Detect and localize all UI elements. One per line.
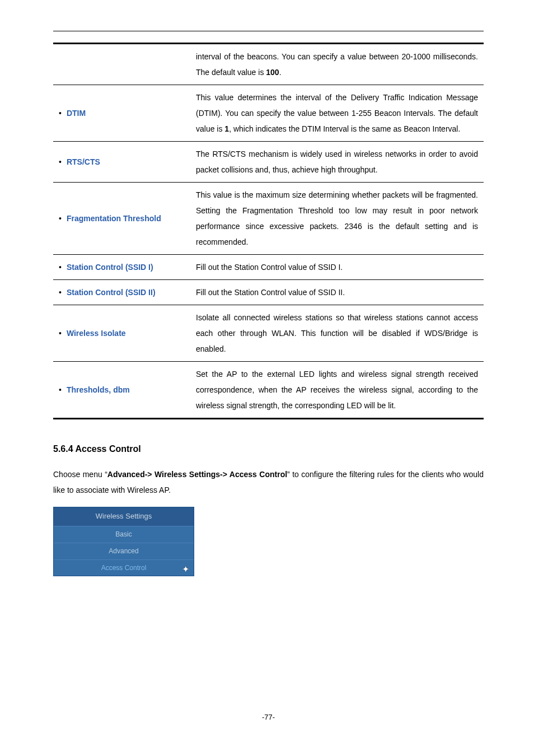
table-row: • DTIMThis value determines the interval… [53,85,484,142]
nav-header: Wireless Settings [54,507,194,526]
bullet-icon: • [59,154,64,170]
table-row: • Station Control (SSID I)Fill out the S… [53,255,484,280]
bullet-icon: • [59,259,64,275]
nav-item-access-control-label: Access Control [101,564,147,572]
body-bold: Advanced-> Wireless Settings-> Access Co… [107,470,287,479]
thresholds-dbm-desc-pre: Set the AP to the external LED lights an… [196,370,478,410]
bullet-icon: • [59,382,64,398]
dtim-label: • DTIM [53,85,190,142]
table-row: • Wireless IsolateIsolate all connected … [53,305,484,362]
nav-item-access-control[interactable]: Access Control ✦ [54,559,194,576]
dtim-label-text: DTIM [67,109,86,118]
station-control-ssid-2-desc-pre: Fill out the Station Control value of SS… [196,288,345,297]
beacon-row-desc: interval of the beacons. You can specify… [190,44,484,85]
station-control-ssid-1-label: • Station Control (SSID I) [53,255,190,280]
dtim-desc: This value determines the interval of th… [190,85,484,142]
station-control-ssid-2-desc: Fill out the Station Control value of SS… [190,280,484,305]
station-control-ssid-2-label: • Station Control (SSID II) [53,280,190,305]
table-row: • Fragmentation ThresholdThis value is t… [53,183,484,255]
nav-item-basic[interactable]: Basic [54,526,194,543]
bullet-icon: • [59,105,64,121]
bullet-icon: • [59,211,64,226]
bullet-icon: • [59,284,64,300]
fragmentation-threshold-label-text: Fragmentation Threshold [67,214,161,223]
table-row: • Thresholds, dbmSet the AP to the exter… [53,362,484,419]
body-pre: Choose menu “ [53,470,107,479]
thresholds-dbm-desc: Set the AP to the external LED lights an… [190,362,484,419]
beacon-row-desc-bold: 100 [266,68,279,77]
dtim-desc-bold: 1 [224,124,229,133]
bullet-icon: • [59,325,64,341]
nav-item-advanced[interactable]: Advanced [54,543,194,559]
dtim-desc-post: , which indicates the DTIM Interval is t… [229,124,460,133]
fragmentation-threshold-label: • Fragmentation Threshold [53,183,190,255]
top-rule [53,31,484,31]
wireless-isolate-desc: Isolate all connected wireless stations … [190,305,484,362]
table-row: interval of the beacons. You can specify… [53,44,484,85]
beacon-row-label [53,44,190,85]
page-number: -77- [53,711,484,725]
params-table: interval of the beacons. You can specify… [53,43,484,419]
station-control-ssid-1-label-text: Station Control (SSID I) [67,263,153,272]
station-control-ssid-2-label-text: Station Control (SSID II) [67,288,156,297]
rts-cts-label-text: RTS/CTS [67,157,100,166]
station-control-ssid-1-desc: Fill out the Station Control value of SS… [190,255,484,280]
station-control-ssid-1-desc-pre: Fill out the Station Control value of SS… [196,263,343,272]
thresholds-dbm-label-text: Thresholds, dbm [67,385,130,394]
cursor-icon: ✦ [182,561,189,578]
wireless-settings-nav: Wireless Settings Basic Advanced Access … [53,507,194,576]
wireless-isolate-desc-pre: Isolate all connected wireless stations … [196,313,478,353]
thresholds-dbm-label: • Thresholds, dbm [53,362,190,419]
section-body: Choose menu “Advanced-> Wireless Setting… [53,466,484,498]
fragmentation-threshold-desc: This value is the maximum size determini… [190,183,484,255]
rts-cts-desc-pre: The RTS/CTS mechanism is widely used in … [196,150,478,174]
wireless-isolate-label: • Wireless Isolate [53,305,190,362]
table-row: • Station Control (SSID II)Fill out the … [53,280,484,305]
fragmentation-threshold-desc-pre: This value is the maximum size determini… [196,190,478,246]
rts-cts-desc: The RTS/CTS mechanism is widely used in … [190,142,484,183]
rts-cts-label: • RTS/CTS [53,142,190,183]
beacon-row-desc-pre: interval of the beacons. You can specify… [196,52,478,77]
section-heading: 5.6.4 Access Control [53,441,484,458]
wireless-isolate-label-text: Wireless Isolate [67,329,126,338]
beacon-row-desc-post: . [279,68,282,77]
table-row: • RTS/CTSThe RTS/CTS mechanism is widely… [53,142,484,183]
